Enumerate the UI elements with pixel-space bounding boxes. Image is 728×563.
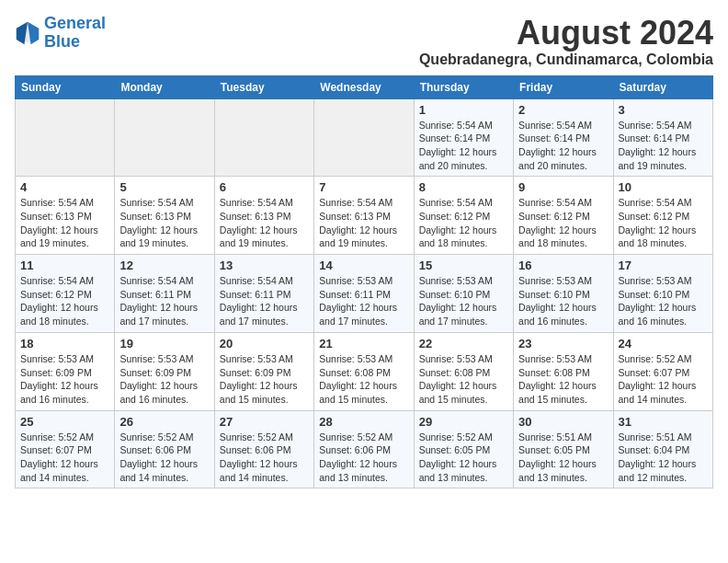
calendar-cell: 22Sunrise: 5:53 AM Sunset: 6:08 PM Dayli… xyxy=(414,332,513,410)
calendar-cell: 1Sunrise: 5:54 AM Sunset: 6:14 PM Daylig… xyxy=(414,98,513,177)
day-number: 22 xyxy=(419,337,508,350)
day-info: Sunrise: 5:54 AM Sunset: 6:12 PM Dayligh… xyxy=(518,196,608,250)
day-number: 6 xyxy=(220,180,309,194)
weekday-header-monday: Monday xyxy=(115,75,214,98)
calendar-table: SundayMondayTuesdayWednesdayThursdayFrid… xyxy=(15,75,713,489)
calendar-week-2: 4Sunrise: 5:54 AM Sunset: 6:13 PM Daylig… xyxy=(16,177,713,255)
day-info: Sunrise: 5:53 AM Sunset: 6:10 PM Dayligh… xyxy=(419,274,508,328)
calendar-cell: 6Sunrise: 5:54 AM Sunset: 6:13 PM Daylig… xyxy=(214,177,313,255)
day-number: 3 xyxy=(619,103,708,117)
calendar-cell: 13Sunrise: 5:54 AM Sunset: 6:11 PM Dayli… xyxy=(214,255,313,333)
weekday-row: SundayMondayTuesdayWednesdayThursdayFrid… xyxy=(16,75,713,98)
day-info: Sunrise: 5:54 AM Sunset: 6:12 PM Dayligh… xyxy=(419,196,508,250)
calendar-cell: 7Sunrise: 5:54 AM Sunset: 6:13 PM Daylig… xyxy=(314,177,414,255)
calendar-cell xyxy=(115,98,214,177)
day-info: Sunrise: 5:53 AM Sunset: 6:08 PM Dayligh… xyxy=(518,352,608,407)
day-info: Sunrise: 5:53 AM Sunset: 6:09 PM Dayligh… xyxy=(20,352,109,407)
day-number: 24 xyxy=(619,337,708,350)
weekday-header-wednesday: Wednesday xyxy=(314,75,414,98)
day-number: 5 xyxy=(119,180,209,194)
title-block: August 2024 Quebradanegra, Cundinamarca,… xyxy=(419,15,713,68)
day-info: Sunrise: 5:51 AM Sunset: 6:04 PM Dayligh… xyxy=(619,431,708,485)
calendar-cell xyxy=(214,98,313,177)
day-number: 10 xyxy=(619,180,708,194)
day-info: Sunrise: 5:54 AM Sunset: 6:14 PM Dayligh… xyxy=(419,119,508,173)
day-number: 30 xyxy=(518,415,608,429)
logo: General Blue xyxy=(15,15,106,52)
day-number: 21 xyxy=(319,337,408,350)
calendar-cell: 19Sunrise: 5:53 AM Sunset: 6:09 PM Dayli… xyxy=(115,332,214,410)
day-info: Sunrise: 5:52 AM Sunset: 6:06 PM Dayligh… xyxy=(119,431,209,485)
calendar-cell: 31Sunrise: 5:51 AM Sunset: 6:04 PM Dayli… xyxy=(613,410,712,488)
calendar-cell: 30Sunrise: 5:51 AM Sunset: 6:05 PM Dayli… xyxy=(514,410,613,488)
day-info: Sunrise: 5:53 AM Sunset: 6:09 PM Dayligh… xyxy=(220,352,309,407)
day-number: 26 xyxy=(119,415,209,429)
day-number: 2 xyxy=(518,103,608,117)
day-number: 17 xyxy=(619,259,708,272)
day-info: Sunrise: 5:54 AM Sunset: 6:12 PM Dayligh… xyxy=(619,196,708,250)
logo-icon xyxy=(15,20,40,46)
day-number: 15 xyxy=(419,259,508,272)
calendar-header: SundayMondayTuesdayWednesdayThursdayFrid… xyxy=(16,75,713,98)
day-info: Sunrise: 5:54 AM Sunset: 6:14 PM Dayligh… xyxy=(518,119,608,173)
day-info: Sunrise: 5:53 AM Sunset: 6:10 PM Dayligh… xyxy=(518,274,608,328)
calendar-cell: 15Sunrise: 5:53 AM Sunset: 6:10 PM Dayli… xyxy=(414,255,513,333)
weekday-header-saturday: Saturday xyxy=(613,75,712,98)
calendar-week-4: 18Sunrise: 5:53 AM Sunset: 6:09 PM Dayli… xyxy=(16,332,713,410)
calendar-cell: 4Sunrise: 5:54 AM Sunset: 6:13 PM Daylig… xyxy=(16,177,115,255)
day-number: 23 xyxy=(518,337,608,350)
calendar-cell: 29Sunrise: 5:52 AM Sunset: 6:05 PM Dayli… xyxy=(414,410,513,488)
calendar-cell: 3Sunrise: 5:54 AM Sunset: 6:14 PM Daylig… xyxy=(613,98,712,177)
calendar-cell: 2Sunrise: 5:54 AM Sunset: 6:14 PM Daylig… xyxy=(514,98,613,177)
day-number: 7 xyxy=(319,180,408,194)
day-number: 18 xyxy=(20,337,109,350)
weekday-header-tuesday: Tuesday xyxy=(214,75,313,98)
calendar-cell: 27Sunrise: 5:52 AM Sunset: 6:06 PM Dayli… xyxy=(214,410,313,488)
weekday-header-thursday: Thursday xyxy=(414,75,513,98)
day-number: 16 xyxy=(518,259,608,272)
day-number: 4 xyxy=(20,180,109,194)
day-info: Sunrise: 5:51 AM Sunset: 6:05 PM Dayligh… xyxy=(518,431,608,485)
calendar-cell: 10Sunrise: 5:54 AM Sunset: 6:12 PM Dayli… xyxy=(613,177,712,255)
day-number: 20 xyxy=(220,337,309,350)
day-number: 29 xyxy=(419,415,508,429)
calendar-cell: 24Sunrise: 5:52 AM Sunset: 6:07 PM Dayli… xyxy=(613,332,712,410)
day-info: Sunrise: 5:54 AM Sunset: 6:13 PM Dayligh… xyxy=(319,196,408,250)
day-number: 28 xyxy=(319,415,408,429)
day-number: 1 xyxy=(419,103,508,117)
day-info: Sunrise: 5:52 AM Sunset: 6:07 PM Dayligh… xyxy=(20,431,109,485)
calendar-body: 1Sunrise: 5:54 AM Sunset: 6:14 PM Daylig… xyxy=(16,98,713,488)
day-info: Sunrise: 5:54 AM Sunset: 6:13 PM Dayligh… xyxy=(220,196,309,250)
day-info: Sunrise: 5:53 AM Sunset: 6:10 PM Dayligh… xyxy=(619,274,708,328)
calendar-cell: 14Sunrise: 5:53 AM Sunset: 6:11 PM Dayli… xyxy=(314,255,414,333)
calendar-week-3: 11Sunrise: 5:54 AM Sunset: 6:12 PM Dayli… xyxy=(16,255,713,333)
calendar-cell: 9Sunrise: 5:54 AM Sunset: 6:12 PM Daylig… xyxy=(514,177,613,255)
day-info: Sunrise: 5:54 AM Sunset: 6:13 PM Dayligh… xyxy=(20,196,109,250)
day-info: Sunrise: 5:54 AM Sunset: 6:11 PM Dayligh… xyxy=(220,274,309,328)
weekday-header-friday: Friday xyxy=(514,75,613,98)
calendar-cell: 21Sunrise: 5:53 AM Sunset: 6:08 PM Dayli… xyxy=(314,332,414,410)
day-number: 25 xyxy=(20,415,109,429)
calendar-cell: 8Sunrise: 5:54 AM Sunset: 6:12 PM Daylig… xyxy=(414,177,513,255)
day-info: Sunrise: 5:54 AM Sunset: 6:12 PM Dayligh… xyxy=(20,274,109,328)
day-number: 27 xyxy=(220,415,309,429)
day-info: Sunrise: 5:53 AM Sunset: 6:08 PM Dayligh… xyxy=(419,352,508,407)
calendar-cell: 16Sunrise: 5:53 AM Sunset: 6:10 PM Dayli… xyxy=(514,255,613,333)
day-number: 9 xyxy=(518,180,608,194)
calendar-cell: 17Sunrise: 5:53 AM Sunset: 6:10 PM Dayli… xyxy=(613,255,712,333)
day-number: 13 xyxy=(220,259,309,272)
calendar-cell: 18Sunrise: 5:53 AM Sunset: 6:09 PM Dayli… xyxy=(16,332,115,410)
day-info: Sunrise: 5:53 AM Sunset: 6:08 PM Dayligh… xyxy=(319,352,408,407)
day-info: Sunrise: 5:52 AM Sunset: 6:07 PM Dayligh… xyxy=(619,352,708,407)
day-info: Sunrise: 5:54 AM Sunset: 6:14 PM Dayligh… xyxy=(619,119,708,173)
day-number: 12 xyxy=(119,259,209,272)
day-info: Sunrise: 5:54 AM Sunset: 6:11 PM Dayligh… xyxy=(119,274,209,328)
day-number: 14 xyxy=(319,259,408,272)
day-info: Sunrise: 5:53 AM Sunset: 6:09 PM Dayligh… xyxy=(119,352,209,407)
page-header: General Blue August 2024 Quebradanegra, … xyxy=(15,15,713,68)
day-number: 8 xyxy=(419,180,508,194)
calendar-cell: 5Sunrise: 5:54 AM Sunset: 6:13 PM Daylig… xyxy=(115,177,214,255)
calendar-cell xyxy=(16,98,115,177)
calendar-cell: 28Sunrise: 5:52 AM Sunset: 6:06 PM Dayli… xyxy=(314,410,414,488)
calendar-cell: 11Sunrise: 5:54 AM Sunset: 6:12 PM Dayli… xyxy=(16,255,115,333)
